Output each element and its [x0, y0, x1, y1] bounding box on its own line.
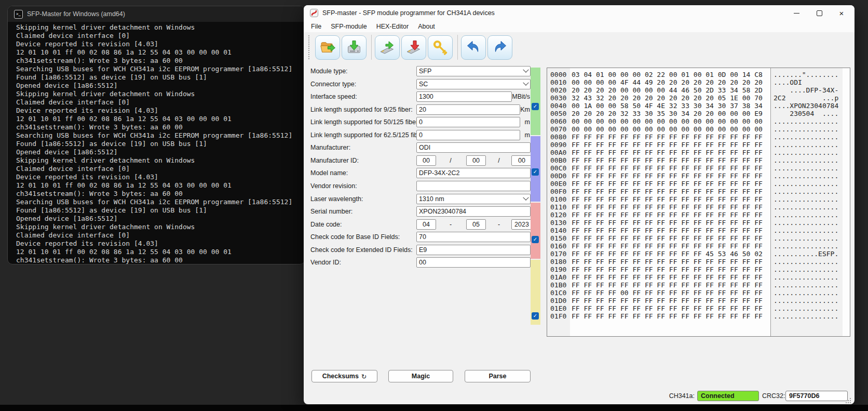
hex-bytes[interactable]: 00 00 00 00 00 00 00 00 00 00 00 00 00 0…	[572, 117, 763, 125]
hex-row[interactable]: 01B0FF FF FF FF FF FF FF FF FF FF FF FF …	[547, 281, 850, 289]
hex-bytes[interactable]: FF FF FF FF FF FF FF FF FF FF FF FF FF F…	[572, 195, 763, 203]
maximize-button[interactable]	[808, 5, 831, 21]
hex-row[interactable]: 01E0FF FF FF FF FF FF FF FF FF FF FF FF …	[547, 304, 850, 312]
hex-bytes[interactable]: FF FF FF FF FF FF FF FF FF FF FF FF FF F…	[572, 141, 763, 149]
hex-row[interactable]: 00E0FF FF FF FF FF FF FF FF FF FF FF FF …	[547, 180, 850, 188]
hex-bytes[interactable]: FF FF FF FF FF FF FF FF FF FF FF FF FF F…	[572, 149, 763, 156]
section-checkbox[interactable]: ✓	[532, 168, 539, 176]
hex-row[interactable]: 0140FF FF FF FF FF FF FF FF FF FF FF FF …	[547, 227, 850, 234]
link-length-supported-for-9-25-fiber-input[interactable]: 20	[416, 104, 520, 115]
date-code-part-3[interactable]: 2023	[511, 219, 532, 230]
hex-row[interactable]: 0100FF FF FF FF FF FF FF FF FF FF FF FF …	[547, 195, 850, 203]
hex-row[interactable]: 004000 1A 00 00 58 50 4F 4E 32 33 30 34 …	[547, 102, 850, 110]
interface-speed-input[interactable]: 1300	[416, 91, 512, 102]
menu-sfp-module[interactable]: SFP-module	[326, 22, 371, 31]
hex-row[interactable]: 001000 00 00 00 4F 44 49 20 20 20 20 20 …	[547, 78, 850, 86]
hex-bytes[interactable]: FF FF FF FF FF FF FF FF FF FF FF 45 53 4…	[572, 250, 763, 258]
toolbar-open-file-button[interactable]	[315, 35, 340, 60]
hex-row[interactable]: 00C0FF FF FF FF FF FF FF FF FF FF FF FF …	[547, 164, 850, 172]
hex-row[interactable]: 0180FF FF FF FF FF FF FF FF FF FF FF FF …	[547, 258, 850, 266]
hex-row[interactable]: 005020 20 20 20 32 33 30 35 30 34 20 20 …	[547, 110, 850, 117]
hex-bytes[interactable]: 32 43 32 20 20 20 20 20 20 20 20 20 05 1…	[572, 94, 763, 102]
toolbar-write-module-button[interactable]	[401, 35, 426, 60]
hex-bytes[interactable]: FF FF FF FF FF FF FF FF FF FF FF FF FF F…	[572, 242, 763, 250]
hex-row[interactable]: 0150FF FF FF FF FF FF FF FF FF FF FF FF …	[547, 234, 850, 242]
module-type-select[interactable]: SFP	[416, 66, 531, 76]
hex-editor[interactable]: 000003 04 01 00 00 00 02 22 00 01 00 01 …	[547, 68, 850, 337]
hex-bytes[interactable]: FF FF FF FF FF FF FF FF FF FF FF FF FF F…	[572, 312, 763, 320]
hex-row[interactable]: 00B0FF FF FF FF FF FF FF FF FF FF FF FF …	[547, 156, 850, 164]
checksums-button[interactable]: Checksums↻	[311, 370, 377, 382]
hex-row[interactable]: 00D0FF FF FF FF FF FF FF FF FF FF FF FF …	[547, 172, 850, 180]
menu-about[interactable]: About	[413, 22, 440, 31]
toolbar-key-button[interactable]	[428, 35, 453, 60]
manufacturer-id-part-3[interactable]: 00	[511, 155, 532, 166]
section-checkbox[interactable]: ✓	[532, 312, 539, 320]
hex-bytes[interactable]: FF FF FF FF FF FF FF FF FF FF FF FF FF F…	[572, 172, 763, 180]
hex-bytes[interactable]: FF FF FF FF FF FF FF FF FF FF FF FF FF F…	[572, 266, 763, 273]
date-code-part-2[interactable]: 05	[466, 219, 486, 230]
manufacturer-input[interactable]: ODI	[416, 142, 531, 153]
hex-bytes[interactable]: FF FF FF FF FF FF FF FF FF FF FF FF FF F…	[572, 227, 763, 234]
magic-button[interactable]: Magic	[388, 370, 453, 382]
hex-bytes[interactable]: FF FF FF FF FF FF FF FF FF FF FF FF FF F…	[572, 219, 763, 227]
hex-bytes[interactable]: FF FF FF FF FF FF FF FF FF FF FF FF FF F…	[572, 188, 763, 195]
hex-bytes[interactable]: FF FF FF FF FF FF FF FF FF FF FF FF FF F…	[572, 273, 763, 281]
hex-row[interactable]: 01C0FF FF FF FF 00 FF FF FF FF FF FF FF …	[547, 289, 850, 297]
hex-bytes[interactable]: FF FF FF FF FF FF FF FF FF FF FF FF FF F…	[572, 281, 763, 289]
toolbar-read-module-button[interactable]	[375, 35, 400, 60]
hex-row[interactable]: 0160FF FF FF FF FF FF FF FF FF FF FF FF …	[547, 242, 850, 250]
hex-row[interactable]: 0110FF FF FF FF FF FF FF FF FF FF FF FF …	[547, 203, 850, 211]
hex-row[interactable]: 0130FF FF FF FF FF FF FF FF FF FF FF FF …	[547, 219, 850, 227]
link-length-supported-for-62-5-125-fiber-input[interactable]: 0	[416, 130, 520, 140]
hex-row[interactable]: 00F0FF FF FF FF FF FF FF FF FF FF FF FF …	[547, 188, 850, 195]
hex-row[interactable]: 0080FF FF FF FF FF FF FF FF FF FF FF FF …	[547, 133, 850, 141]
serial-number-input[interactable]: XPON23040784	[416, 206, 531, 217]
toolbar-redo-button[interactable]	[487, 35, 512, 60]
hex-row[interactable]: 002020 20 20 20 00 00 00 00 44 46 50 2D …	[547, 86, 850, 94]
hex-bytes[interactable]: 00 00 00 00 00 00 00 00 00 00 00 00 00 0…	[572, 125, 763, 133]
hex-bytes[interactable]: FF FF FF FF FF FF FF FF FF FF FF FF FF F…	[572, 304, 763, 312]
app-titlebar[interactable]: SFP-master - SFP module programmer for C…	[304, 5, 855, 21]
laser-wavelength-select[interactable]: 1310 nm	[416, 194, 531, 204]
hex-row[interactable]: 003032 43 32 20 20 20 20 20 20 20 20 20 …	[547, 94, 850, 102]
date-code-part-1[interactable]: 04	[416, 219, 436, 230]
parse-button[interactable]: Parse	[465, 370, 531, 382]
crc32-field[interactable]: 9F5770D6	[785, 391, 848, 401]
link-length-supported-for-50-125-fiber-input[interactable]: 0	[416, 117, 520, 127]
hex-row[interactable]: 007000 00 00 00 00 00 00 00 00 00 00 00 …	[547, 125, 850, 133]
check-code-for-extended-id-fields-input[interactable]: E9	[416, 245, 531, 255]
manufacturer-id-part-1[interactable]: 00	[416, 155, 436, 166]
hex-row[interactable]: 01A0FF FF FF FF FF FF FF FF FF FF FF FF …	[547, 273, 850, 281]
section-checkbox[interactable]: ✓	[532, 103, 539, 110]
toolbar-undo-button[interactable]	[461, 35, 486, 60]
hex-bytes[interactable]: 03 04 01 00 00 00 02 22 00 01 00 01 0D 0…	[572, 71, 763, 78]
hex-bytes[interactable]: FF FF FF FF FF FF FF FF FF FF FF FF FF F…	[572, 234, 763, 242]
hex-bytes[interactable]: 20 20 20 20 32 33 30 35 30 34 20 20 00 0…	[572, 110, 763, 117]
model-name-input[interactable]: DFP-34X-2C2	[416, 168, 531, 178]
hex-bytes[interactable]: FF FF FF FF FF FF FF FF FF FF FF FF FF F…	[572, 164, 763, 172]
hex-row[interactable]: 0120FF FF FF FF FF FF FF FF FF FF FF FF …	[547, 211, 850, 219]
hex-bytes[interactable]: FF FF FF FF FF FF FF FF FF FF FF FF FF F…	[572, 297, 763, 304]
hex-bytes[interactable]: FF FF FF FF FF FF FF FF FF FF FF FF FF F…	[572, 180, 763, 188]
vendor-revision-input[interactable]	[416, 181, 531, 191]
hex-bytes[interactable]: 20 20 20 20 00 00 00 00 44 46 50 2D 33 3…	[572, 86, 763, 94]
hex-bytes[interactable]: 00 1A 00 00 58 50 4F 4E 32 33 30 34 30 3…	[572, 102, 763, 110]
hex-bytes[interactable]: 00 00 00 00 4F 44 49 20 20 20 20 20 20 2…	[572, 78, 763, 86]
hex-row[interactable]: 000003 04 01 00 00 00 02 22 00 01 00 01 …	[547, 71, 850, 78]
hex-bytes[interactable]: FF FF FF FF 00 FF FF FF FF FF FF FF FF F…	[572, 289, 763, 297]
toolbar-save-file-button[interactable]	[342, 35, 367, 60]
connector-type-select[interactable]: SC	[416, 79, 531, 89]
toolbar-gripper[interactable]	[308, 35, 311, 59]
hex-bytes[interactable]: FF FF FF FF FF FF FF FF FF FF FF FF FF F…	[572, 156, 763, 164]
hex-row[interactable]: 01D0FF FF FF FF FF FF FF FF FF FF FF FF …	[547, 297, 850, 304]
hex-bytes[interactable]: FF FF FF FF FF FF FF FF FF FF FF FF FF F…	[572, 211, 763, 219]
vendor-id-input[interactable]: 00	[416, 257, 531, 268]
hex-row[interactable]: 0170FF FF FF FF FF FF FF FF FF FF FF 45 …	[547, 250, 850, 258]
close-button[interactable]: ×	[831, 5, 852, 21]
manufacturer-id-part-2[interactable]: 00	[466, 155, 486, 166]
resize-grip[interactable]	[846, 398, 847, 399]
hex-bytes[interactable]: FF FF FF FF FF FF FF FF FF FF FF FF FF F…	[572, 133, 763, 141]
hex-bytes[interactable]: FF FF FF FF FF FF FF FF FF FF FF FF FF F…	[572, 258, 763, 266]
hex-row[interactable]: 00A0FF FF FF FF FF FF FF FF FF FF FF FF …	[547, 149, 850, 156]
